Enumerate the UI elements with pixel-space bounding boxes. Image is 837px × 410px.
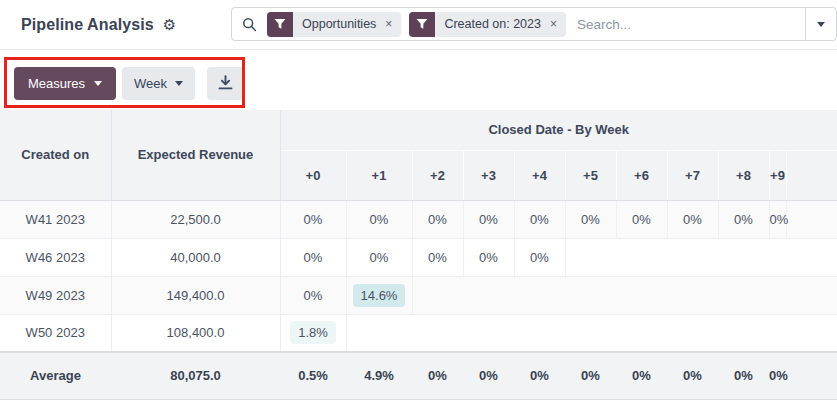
column-header-created-on: Created on [0, 110, 111, 200]
facet-label: Created on: 2023 [435, 17, 549, 31]
column-header-expected-revenue: Expected Revenue [111, 110, 280, 200]
empty-cohort-region [565, 238, 837, 276]
average-percent-cell: 0% [616, 352, 667, 399]
average-percent-cell: 0.5% [280, 352, 346, 399]
cohort-percent-cell[interactable]: 0% [412, 200, 463, 238]
cohort-percent-cell[interactable]: 14.6% [346, 276, 412, 314]
average-percent-cell: 0% [565, 352, 616, 399]
average-percent-cell: 0% [667, 352, 718, 399]
measures-button-label: Measures [28, 76, 85, 91]
cohort-percent-cell[interactable]: 1.8% [280, 314, 346, 352]
header-spacer [786, 150, 837, 200]
average-percent-cell: 0% [718, 352, 769, 399]
download-button[interactable] [207, 67, 244, 100]
row-label: W50 2023 [0, 314, 111, 352]
cohort-percent-cell[interactable]: 0% [769, 200, 786, 238]
measures-button[interactable]: Measures [14, 67, 116, 100]
cohort-row: W41 202322,500.00%0%0%0%0%0%0%0%0%0% [0, 200, 837, 238]
week-offset-header: +2 [412, 150, 463, 200]
cohort-percent-cell[interactable]: 0% [667, 200, 718, 238]
facet-remove-icon[interactable]: × [549, 17, 566, 31]
row-label: W46 2023 [0, 238, 111, 276]
average-percent-cell: 0% [514, 352, 565, 399]
footer-spacer [786, 352, 837, 399]
revenue-cell: 108,400.0 [111, 314, 280, 352]
cohort-percent-cell[interactable]: 0% [412, 238, 463, 276]
empty-cohort-region [412, 276, 837, 314]
page-title: Pipeline Analysis [21, 16, 154, 34]
download-icon [218, 75, 233, 93]
chevron-down-icon [94, 81, 102, 86]
search-facet-opportunities[interactable]: Opportunities × [267, 12, 401, 37]
search-input[interactable]: Search... [577, 17, 631, 32]
week-offset-header: +6 [616, 150, 667, 200]
cohort-percent-cell[interactable]: 0% [280, 200, 346, 238]
average-percent-cell: 0% [769, 352, 786, 399]
cohort-percent-cell[interactable]: 0% [280, 276, 346, 314]
top-bar: Pipeline Analysis ⚙ Opportunities × [0, 0, 837, 50]
cohort-row: W49 2023149,400.00%14.6% [0, 276, 837, 314]
average-label: Average [0, 352, 111, 399]
interval-week-button[interactable]: Week [122, 67, 195, 100]
week-offset-header: +8 [718, 150, 769, 200]
average-row: Average80,075.00.5%4.9%0%0%0%0%0%0%0%0% [0, 352, 837, 399]
empty-cohort-region [346, 314, 837, 352]
revenue-cell: 40,000.0 [111, 238, 280, 276]
row-label: W41 2023 [0, 200, 111, 238]
filter-funnel-icon [267, 12, 293, 37]
search-icon [242, 17, 257, 32]
interval-button-label: Week [134, 76, 167, 91]
chevron-down-icon [175, 81, 183, 86]
cohort-percent-cell[interactable]: 0% [463, 200, 514, 238]
cohort-table: Created on Expected Revenue Closed Date … [0, 110, 837, 400]
facet-remove-icon[interactable]: × [384, 17, 401, 31]
week-offset-header: +4 [514, 150, 565, 200]
control-toolbar: Measures Week [0, 50, 837, 110]
cohort-percent-cell[interactable]: 0% [616, 200, 667, 238]
row-label: W49 2023 [0, 276, 111, 314]
average-percent-cell: 4.9% [346, 352, 412, 399]
gear-icon[interactable]: ⚙ [163, 17, 176, 32]
search-facet-created-on[interactable]: Created on: 2023 × [409, 12, 566, 37]
week-offset-header: +3 [463, 150, 514, 200]
chevron-down-icon [817, 22, 825, 27]
cohort-row: W50 2023108,400.01.8% [0, 314, 837, 352]
cohort-percent-cell[interactable]: 0% [280, 238, 346, 276]
average-revenue: 80,075.0 [111, 352, 280, 399]
revenue-cell: 22,500.0 [111, 200, 280, 238]
cohort-percent-cell[interactable]: 0% [346, 238, 412, 276]
week-offset-header: +0 [280, 150, 346, 200]
facet-label: Opportunities [293, 17, 384, 31]
cohort-percent-cell[interactable]: 0% [463, 238, 514, 276]
column-group-header-closed-date: Closed Date - By Week [280, 110, 837, 150]
revenue-cell: 149,400.0 [111, 276, 280, 314]
filter-funnel-icon [409, 12, 435, 37]
week-offset-header: +9 [769, 150, 786, 200]
search-dropdown-toggle[interactable] [805, 8, 836, 40]
average-percent-cell: 0% [463, 352, 514, 399]
title-wrap: Pipeline Analysis ⚙ [21, 16, 176, 34]
week-offset-header: +5 [565, 150, 616, 200]
average-percent-cell: 0% [412, 352, 463, 399]
cohort-percent-cell[interactable]: 0% [718, 200, 769, 238]
cohort-percent-cell[interactable]: 0% [565, 200, 616, 238]
search-bar[interactable]: Opportunities × Created on: 2023 × Searc… [231, 7, 837, 41]
week-offset-header: +7 [667, 150, 718, 200]
cohort-percent-cell[interactable]: 0% [514, 238, 565, 276]
cohort-table-header: Created on Expected Revenue Closed Date … [0, 110, 837, 200]
cohort-percent-cell[interactable]: 0% [514, 200, 565, 238]
cohort-percent-cell[interactable]: 0% [346, 200, 412, 238]
week-offset-header: +1 [346, 150, 412, 200]
cohort-table-footer: Average80,075.00.5%4.9%0%0%0%0%0%0%0%0% [0, 352, 837, 399]
empty-cohort-region [786, 200, 837, 238]
cohort-row: W46 202340,000.00%0%0%0%0% [0, 238, 837, 276]
